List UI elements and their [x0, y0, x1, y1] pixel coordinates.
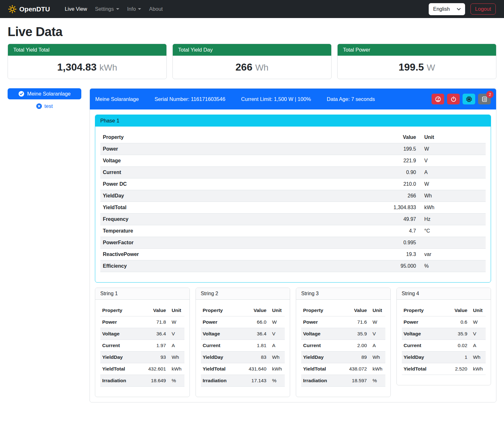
- cell-unit: Wh: [419, 190, 486, 202]
- cell-property: YieldTotal: [100, 363, 142, 375]
- cell-property: Voltage: [301, 328, 343, 340]
- table-row: Current1.97A: [100, 340, 184, 352]
- cell-property: YieldDay: [402, 352, 444, 363]
- cell-property: Irradiation: [201, 375, 243, 387]
- table-row: YieldTotal1,304.833kWh: [100, 202, 486, 214]
- table-header-row: Property Value Unit: [100, 132, 486, 143]
- cell-value: 1,304.833: [384, 202, 419, 214]
- table-row: Irradiation17.143%: [201, 375, 285, 387]
- phase-panel: Phase 1 Property Value Unit Power199.5WV…: [95, 115, 491, 283]
- cell-value: 93: [142, 352, 168, 363]
- card-unit: kWh: [99, 63, 117, 72]
- cell-unit: A: [419, 167, 486, 178]
- cell-unit: var: [419, 249, 486, 260]
- power-button[interactable]: [447, 94, 460, 104]
- speedometer-icon: [435, 96, 441, 102]
- card-title: Total Yield Total: [8, 44, 166, 56]
- cell-unit: Wh: [268, 352, 285, 363]
- brand[interactable]: OpenDTU: [8, 5, 50, 13]
- table-row: Power66.0W: [201, 316, 285, 328]
- cell-value: 2.520: [443, 363, 469, 375]
- cell-unit: W: [268, 316, 285, 328]
- sun-icon: [8, 5, 16, 13]
- table-row: Power0.6W: [402, 316, 486, 328]
- table-row: YieldTotal431.640kWh: [201, 363, 285, 375]
- cell-value: 18.649: [142, 375, 168, 387]
- table-row: Voltage35.9V: [301, 328, 385, 340]
- nav-item-about[interactable]: About: [149, 3, 163, 15]
- cell-value: 438.072: [343, 363, 369, 375]
- device-info-button[interactable]: [463, 94, 475, 104]
- card-total-power: Total Power 199.5W: [337, 44, 496, 79]
- cell-unit: %: [369, 375, 385, 387]
- cell-value: 89: [343, 352, 369, 363]
- cell-unit: V: [168, 328, 184, 340]
- nav-item-live-view[interactable]: Live View: [65, 3, 87, 15]
- string-table: Property Value Unit Power71.6WVoltage35.…: [301, 305, 385, 387]
- cell-unit: V: [268, 328, 285, 340]
- cell-unit: V: [369, 328, 385, 340]
- column-value: Value: [443, 305, 469, 316]
- cell-property: Power DC: [100, 178, 384, 190]
- table-row: YieldDay266Wh: [100, 190, 486, 202]
- cpu-icon: [466, 96, 472, 102]
- inverter-test-label: test: [44, 103, 53, 109]
- table-header-row: Property Value Unit: [301, 305, 385, 316]
- column-unit: Unit: [419, 132, 486, 143]
- cell-property: Irradiation: [100, 375, 142, 387]
- cell-value: 2.00: [343, 340, 369, 352]
- card-title: Total Power: [338, 44, 496, 56]
- cell-property: Power: [100, 316, 142, 328]
- cell-property: Current: [201, 340, 243, 352]
- nav-item-info[interactable]: Info: [127, 3, 141, 15]
- cell-unit: Wh: [469, 352, 486, 363]
- cell-property: YieldDay: [301, 352, 343, 363]
- cell-value: 83: [242, 352, 268, 363]
- card-value: 1,304.83: [57, 61, 97, 73]
- cell-unit: kWh: [419, 202, 486, 214]
- column-property: Property: [100, 132, 384, 143]
- table-row: YieldDay89Wh: [301, 352, 385, 363]
- inverter-select-button[interactable]: Meine Solaranlage: [8, 88, 81, 99]
- cell-value: 35.9: [443, 328, 469, 340]
- cell-property: Power: [100, 143, 384, 155]
- nav-item-info-label: Info: [127, 6, 136, 12]
- table-row: YieldDay1Wh: [402, 352, 486, 363]
- cell-value: 36.4: [142, 328, 168, 340]
- limit-settings-button[interactable]: [432, 94, 444, 104]
- event-log-button[interactable]: 2: [478, 94, 491, 104]
- card-unit: W: [427, 63, 435, 72]
- nav-item-settings[interactable]: Settings: [95, 3, 119, 15]
- cell-value: 19.3: [384, 249, 419, 260]
- inverter-test-link[interactable]: test: [8, 103, 81, 109]
- cell-unit: Wh: [168, 352, 184, 363]
- table-row: Power71.8W: [100, 316, 184, 328]
- cell-value: 199.5: [384, 143, 419, 155]
- column-unit: Unit: [168, 305, 184, 316]
- logout-button[interactable]: Logout: [470, 3, 496, 15]
- column-unit: Unit: [469, 305, 486, 316]
- cell-unit: kWh: [168, 363, 184, 375]
- check-circle-icon: [18, 91, 24, 97]
- string-title: String 3: [296, 288, 390, 300]
- cell-value: 1: [443, 352, 469, 363]
- table-row: YieldTotal438.072kWh: [301, 363, 385, 375]
- cell-unit: %: [419, 260, 486, 272]
- table-row: YieldTotal2.520kWh: [402, 363, 486, 375]
- power-icon: [451, 96, 457, 102]
- table-row: Current0.02A: [402, 340, 486, 352]
- column-value: Value: [384, 132, 419, 143]
- inverter-data-age: Data Age: 7 seconds: [327, 96, 375, 102]
- language-select[interactable]: English: [429, 3, 465, 15]
- string-title: String 1: [95, 288, 190, 300]
- cell-property: YieldTotal: [100, 202, 384, 214]
- cell-value: 1.97: [142, 340, 168, 352]
- card-unit: Wh: [255, 63, 269, 72]
- cell-property: YieldTotal: [301, 363, 343, 375]
- table-row: Irradiation18.597%: [301, 375, 385, 387]
- string-title: String 4: [397, 288, 491, 300]
- cell-value: 0.02: [443, 340, 469, 352]
- table-row: Temperature4.7°C: [100, 225, 486, 237]
- column-property: Property: [301, 305, 343, 316]
- table-row: YieldDay93Wh: [100, 352, 184, 363]
